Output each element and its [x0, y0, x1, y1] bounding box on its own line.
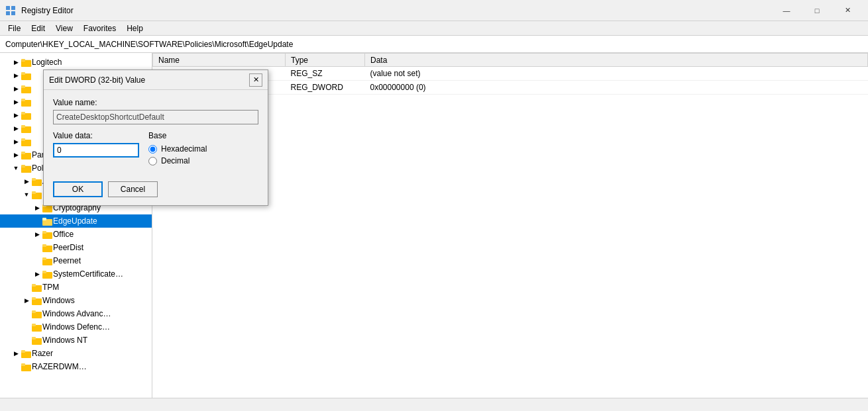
title-bar: Registry Editor — □ ✕	[0, 0, 868, 21]
dialog-title: Edit DWORD (32-bit) Value	[49, 75, 249, 85]
svg-rect-31	[42, 218, 46, 220]
svg-rect-1	[11, 6, 15, 10]
hexadecimal-radio[interactable]	[148, 145, 157, 154]
svg-rect-25	[32, 178, 36, 181]
expand-icon: ▶	[11, 97, 21, 107]
menu-view[interactable]: View	[50, 23, 78, 34]
tree-label: Windows	[42, 296, 75, 305]
cell-type: REG_DWORD	[286, 81, 365, 95]
svg-rect-39	[42, 271, 46, 273]
status-bar	[0, 398, 868, 411]
window-controls: — □ ✕	[771, 0, 863, 21]
expand-icon	[11, 361, 21, 372]
folder-icon	[32, 309, 42, 318]
cancel-button[interactable]: Cancel	[108, 181, 158, 197]
menu-favorites[interactable]: Favorites	[78, 23, 121, 34]
dialog-close-button[interactable]: ✕	[249, 73, 262, 87]
maximize-button[interactable]: □	[802, 0, 832, 21]
tree-item-razer[interactable]: ▶ Razer	[0, 347, 152, 360]
cell-data: (value not set)	[365, 67, 868, 81]
value-data-section: Value data:	[53, 131, 139, 158]
expand-icon: ▼	[21, 189, 32, 200]
svg-rect-2	[6, 11, 10, 15]
folder-icon-selected	[42, 216, 53, 226]
expand-icon: ▶	[11, 123, 21, 134]
tree-item-peerdist[interactable]: PeerDist	[0, 241, 152, 254]
svg-rect-10	[21, 85, 25, 88]
decimal-label: Decimal	[161, 156, 190, 165]
value-data-label: Value data:	[53, 131, 139, 140]
dialog-footer: OK Cancel	[44, 176, 268, 205]
expand-icon: ▶	[11, 136, 21, 147]
tree-label: EdgeUpdate	[53, 216, 97, 226]
dialog-title-bar: Edit DWORD (32-bit) Value ✕	[44, 70, 268, 90]
svg-rect-18	[21, 138, 25, 141]
expand-icon: ▶	[21, 176, 32, 187]
tree-item-systemcerts[interactable]: ▶ SystemCertificate…	[0, 267, 152, 281]
svg-rect-33	[42, 231, 46, 234]
tree-label: RAZERDWM…	[32, 362, 87, 371]
tree-label: Office	[53, 230, 74, 239]
edit-dword-dialog: Edit DWORD (32-bit) Value ✕ Value name: …	[43, 69, 268, 206]
tree-label: Razer	[32, 349, 53, 358]
value-data-input[interactable]	[53, 143, 139, 158]
folder-icon	[21, 111, 32, 120]
expand-icon	[21, 322, 32, 332]
tree-item-peernet[interactable]: Peernet	[0, 254, 152, 267]
decimal-radio[interactable]	[148, 157, 157, 165]
folder-icon	[32, 322, 42, 332]
decimal-radio-row[interactable]: Decimal	[148, 156, 258, 165]
value-name-label: Value name:	[53, 98, 258, 107]
svg-rect-45	[32, 310, 36, 313]
svg-rect-43	[32, 297, 36, 300]
tree-item-windows-nt[interactable]: Windows NT	[0, 334, 152, 347]
tree-item-logitech[interactable]: ▶ Logitech	[0, 56, 152, 69]
tree-item-windows-advanced[interactable]: Windows Advanc…	[0, 307, 152, 320]
svg-rect-14	[21, 112, 25, 114]
minimize-button[interactable]: —	[771, 0, 802, 21]
ok-button[interactable]: OK	[53, 181, 103, 197]
menu-file[interactable]: File	[3, 23, 26, 34]
cell-data: 0x00000000 (0)	[365, 81, 868, 95]
expand-icon: ▶	[32, 269, 42, 279]
tree-item-razerdwm[interactable]: RAZERDWM…	[0, 360, 152, 373]
address-path: Computer\HKEY_LOCAL_MACHINE\SOFTWARE\Pol…	[5, 40, 293, 49]
svg-rect-12	[21, 99, 25, 101]
tree-label: Windows Advanc…	[42, 309, 111, 318]
expand-icon	[21, 282, 32, 293]
folder-icon	[21, 58, 32, 67]
folder-icon	[32, 283, 42, 292]
svg-rect-47	[32, 324, 36, 326]
tree-item-tpm[interactable]: TPM	[0, 281, 152, 294]
col-data[interactable]: Data	[365, 54, 868, 67]
tree-item-windows[interactable]: ▶ Windows	[0, 294, 152, 307]
svg-rect-20	[21, 152, 25, 154]
expand-icon: ▶	[11, 83, 21, 94]
menu-edit[interactable]: Edit	[26, 23, 50, 34]
close-button[interactable]: ✕	[832, 0, 863, 21]
tree-label: TPM	[42, 283, 59, 292]
folder-icon-open	[32, 190, 42, 199]
folder-icon	[21, 84, 32, 93]
value-name-input[interactable]	[53, 110, 258, 124]
svg-rect-37	[42, 257, 46, 260]
svg-rect-0	[6, 6, 10, 10]
tree-item-windows-defender[interactable]: Windows Defenc…	[0, 320, 152, 334]
hexadecimal-radio-row[interactable]: Hexadecimal	[148, 144, 258, 154]
dialog-body: Value name: Value data: Base Hexadecimal	[44, 90, 268, 176]
svg-rect-8	[21, 72, 25, 75]
menu-help[interactable]: Help	[121, 23, 148, 34]
expand-icon: ▶	[11, 70, 21, 81]
base-label: Base	[148, 131, 258, 140]
col-type[interactable]: Type	[286, 54, 365, 67]
tree-item-edgeupdate[interactable]: EdgeUpdate	[0, 214, 152, 228]
svg-rect-49	[32, 337, 36, 340]
folder-icon	[21, 124, 32, 133]
expand-icon	[21, 335, 32, 345]
tree-item-office[interactable]: ▶ Office	[0, 228, 152, 241]
tree-label: Peernet	[53, 256, 81, 265]
expand-icon	[21, 308, 32, 319]
col-name[interactable]: Name	[153, 54, 286, 67]
folder-icon	[42, 269, 53, 279]
expand-icon: ▶	[32, 229, 42, 240]
